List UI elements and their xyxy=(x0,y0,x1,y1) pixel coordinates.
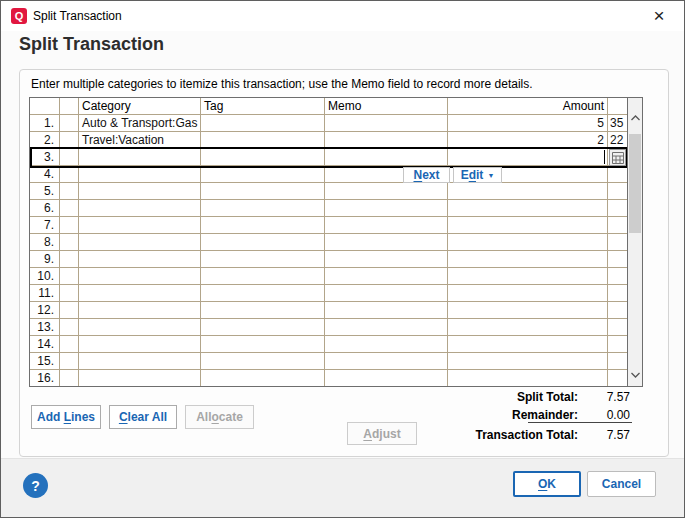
category-cell[interactable] xyxy=(79,183,201,200)
amount-dollars-cell[interactable] xyxy=(448,353,608,370)
amount-dollars-cell[interactable] xyxy=(448,251,608,268)
tag-cell[interactable] xyxy=(201,251,325,268)
amount-dollars-cell[interactable] xyxy=(448,370,608,387)
tag-cell[interactable] xyxy=(201,234,325,251)
scroll-down-icon[interactable] xyxy=(628,367,642,383)
amount-dollars-cell[interactable]: 2 xyxy=(448,132,608,149)
amount-dollars-cell[interactable] xyxy=(448,268,608,285)
amount-cents-cell[interactable] xyxy=(608,217,627,234)
category-cell[interactable] xyxy=(79,319,201,336)
memo-cell[interactable] xyxy=(325,132,448,149)
category-cell[interactable] xyxy=(79,217,201,234)
tag-cell[interactable] xyxy=(201,336,325,353)
amount-dollars-cell[interactable] xyxy=(448,319,608,336)
category-cell[interactable] xyxy=(79,200,201,217)
row-flag-cell xyxy=(60,319,79,336)
amount-dollars-cell[interactable] xyxy=(448,217,608,234)
amount-dollars-cell[interactable] xyxy=(448,302,608,319)
amount-cents-cell[interactable] xyxy=(608,353,627,370)
next-button[interactable]: Next xyxy=(403,167,450,183)
tag-cell[interactable] xyxy=(201,200,325,217)
tag-cell[interactable] xyxy=(201,132,325,149)
memo-cell[interactable] xyxy=(325,183,448,200)
category-cell[interactable]: Auto & Transport:Gas &... xyxy=(79,115,201,132)
close-icon[interactable]: × xyxy=(640,1,678,31)
amount-cents-cell[interactable] xyxy=(608,200,627,217)
tag-cell[interactable] xyxy=(201,166,325,183)
amount-cents-cell[interactable] xyxy=(608,302,627,319)
tag-cell[interactable] xyxy=(201,319,325,336)
row-flag-cell xyxy=(60,353,79,370)
amount-cents-cell[interactable] xyxy=(608,166,627,183)
amount-cents-cell[interactable] xyxy=(608,251,627,268)
category-cell[interactable] xyxy=(79,234,201,251)
help-button[interactable]: ? xyxy=(23,473,48,498)
amount-cents-cell[interactable] xyxy=(608,285,627,302)
row-flag-cell xyxy=(60,370,79,387)
memo-cell[interactable] xyxy=(325,302,448,319)
tag-cell[interactable] xyxy=(201,268,325,285)
amount-dollars-cell[interactable] xyxy=(448,149,608,166)
memo-cell[interactable] xyxy=(325,149,448,166)
amount-cents-cell[interactable]: 35 xyxy=(608,115,627,132)
memo-cell[interactable] xyxy=(325,370,448,387)
amount-cents-cell[interactable] xyxy=(608,319,627,336)
memo-cell[interactable] xyxy=(325,115,448,132)
amount-dollars-cell[interactable] xyxy=(448,336,608,353)
memo-cell[interactable] xyxy=(325,268,448,285)
scroll-up-icon[interactable] xyxy=(628,110,642,126)
clear-all-button[interactable]: Clear All xyxy=(109,405,177,429)
category-cell[interactable] xyxy=(79,353,201,370)
amount-cents-cell[interactable] xyxy=(608,183,627,200)
tag-cell[interactable] xyxy=(201,370,325,387)
adjust-button[interactable]: Adjust xyxy=(347,422,417,445)
tag-cell[interactable] xyxy=(201,115,325,132)
memo-cell[interactable] xyxy=(325,234,448,251)
memo-cell[interactable] xyxy=(325,217,448,234)
amount-dollars-cell[interactable] xyxy=(448,200,608,217)
category-cell[interactable] xyxy=(79,166,201,183)
amount-cents-cell[interactable] xyxy=(608,336,627,353)
memo-cell[interactable] xyxy=(325,285,448,302)
tag-cell[interactable] xyxy=(201,302,325,319)
allocate-button[interactable]: Allocate xyxy=(185,405,254,429)
category-cell[interactable] xyxy=(79,370,201,387)
category-cell[interactable] xyxy=(79,251,201,268)
memo-cell[interactable] xyxy=(325,251,448,268)
category-cell[interactable] xyxy=(79,336,201,353)
amount-dollars-cell[interactable]: 5 xyxy=(448,115,608,132)
ok-button[interactable]: OK xyxy=(513,471,581,497)
amount-cents-cell[interactable] xyxy=(608,268,627,285)
memo-cell[interactable] xyxy=(325,200,448,217)
category-cell[interactable] xyxy=(79,285,201,302)
tag-cell[interactable] xyxy=(201,285,325,302)
tag-cell[interactable] xyxy=(201,217,325,234)
calculator-button[interactable] xyxy=(609,149,626,166)
memo-cell[interactable] xyxy=(325,336,448,353)
vertical-scrollbar[interactable] xyxy=(627,98,642,386)
tag-cell[interactable] xyxy=(201,183,325,200)
category-cell[interactable] xyxy=(79,149,201,166)
category-cell[interactable] xyxy=(79,302,201,319)
row-flag-cell xyxy=(60,115,79,132)
amount-cents-cell[interactable]: 22 xyxy=(608,132,627,149)
amount-cents-cell[interactable] xyxy=(608,370,627,387)
remainder-value: 0.00 xyxy=(546,408,630,422)
category-cell[interactable]: Travel:Vacation xyxy=(79,132,201,149)
memo-cell[interactable] xyxy=(325,353,448,370)
scrollbar-thumb[interactable] xyxy=(629,134,641,233)
row-number-cell: 14. xyxy=(30,336,60,353)
amount-dollars-cell[interactable] xyxy=(448,285,608,302)
amount-cents-cell[interactable] xyxy=(608,234,627,251)
tag-cell[interactable] xyxy=(201,353,325,370)
tag-cell[interactable] xyxy=(201,149,325,166)
memo-cell[interactable] xyxy=(325,319,448,336)
edit-button[interactable]: Edit▼ xyxy=(453,167,502,183)
category-cell[interactable] xyxy=(79,268,201,285)
add-lines-button[interactable]: Add Lines xyxy=(31,405,101,429)
cancel-button[interactable]: Cancel xyxy=(587,471,656,497)
row-number-cell: 12. xyxy=(30,302,60,319)
amount-dollars-cell[interactable] xyxy=(448,183,608,200)
row-number-cell: 9. xyxy=(30,251,60,268)
amount-dollars-cell[interactable] xyxy=(448,234,608,251)
